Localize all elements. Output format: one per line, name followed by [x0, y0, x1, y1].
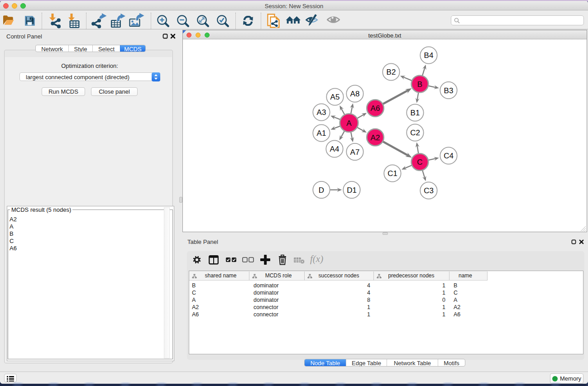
svg-text:D: D: [319, 186, 324, 195]
svg-text:B1: B1: [411, 109, 420, 117]
svg-text:C3: C3: [424, 186, 434, 195]
svg-text:B2: B2: [387, 68, 396, 76]
svg-text:A8: A8: [350, 90, 360, 98]
svg-text:C2: C2: [410, 129, 420, 137]
svg-text:C: C: [417, 158, 422, 167]
svg-text:D1: D1: [347, 186, 357, 195]
svg-text:A3: A3: [317, 108, 326, 117]
svg-text:A4: A4: [330, 145, 339, 153]
svg-text:B: B: [417, 80, 422, 89]
svg-text:A5: A5: [330, 93, 340, 101]
svg-text:A2: A2: [371, 133, 380, 142]
svg-text:B4: B4: [424, 51, 434, 60]
svg-text:C4: C4: [444, 152, 454, 160]
svg-text:A1: A1: [317, 129, 326, 138]
svg-text:B3: B3: [444, 86, 454, 95]
svg-text:A6: A6: [371, 104, 380, 113]
svg-text:A: A: [346, 119, 352, 128]
svg-text:A7: A7: [350, 148, 360, 157]
svg-text:C1: C1: [387, 169, 397, 178]
